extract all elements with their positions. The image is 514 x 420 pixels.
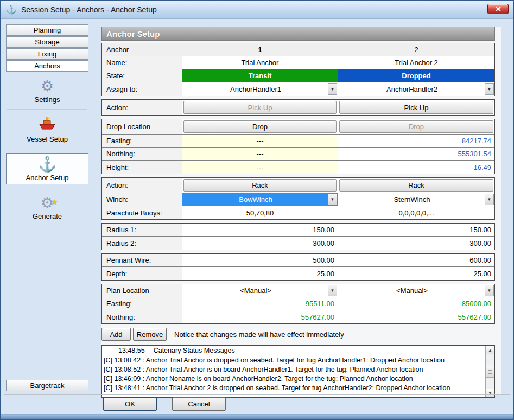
assign-value-2: AnchorHandler2 bbox=[386, 85, 437, 93]
sidebar-item-anchors[interactable]: Anchors bbox=[6, 60, 88, 72]
add-button[interactable]: Add bbox=[101, 328, 131, 341]
boat-icon bbox=[39, 116, 56, 134]
radius-2-value-1[interactable]: 300.00 bbox=[182, 237, 338, 250]
plan-location-dropdown-2[interactable]: <Manual> ▼ bbox=[338, 284, 494, 297]
nav-item-generate[interactable]: ⚙★ Generate bbox=[6, 192, 88, 222]
anchor-column-2-header[interactable]: 2 bbox=[338, 43, 494, 56]
depth-value-2[interactable]: 25.00 bbox=[338, 267, 494, 280]
pickup-button-2[interactable]: Pick Up bbox=[339, 101, 493, 114]
nav-label-settings: Settings bbox=[35, 96, 60, 104]
rack-cell-1: Rack bbox=[182, 178, 338, 193]
name-label: Name: bbox=[102, 56, 182, 69]
sidebar-item-planning[interactable]: Planning bbox=[6, 24, 88, 36]
assign-value-1: AnchorHandler1 bbox=[230, 85, 281, 93]
ok-button[interactable]: OK bbox=[103, 397, 157, 411]
plan-location-label: Plan Location bbox=[102, 284, 182, 297]
easting-field-1[interactable]: --- bbox=[182, 135, 338, 148]
pickup-cell-2: Pick Up bbox=[338, 100, 494, 115]
session-setup-window: ⚓ Session Setup - Anchors - Anchor Setup… bbox=[0, 0, 514, 420]
plan-northing-value-1[interactable]: 557627.00 bbox=[182, 310, 338, 323]
sidebar-item-storage[interactable]: Storage bbox=[6, 36, 88, 48]
plan-northing-value-2[interactable]: 557627.00 bbox=[338, 310, 494, 323]
state-badge-2: Dropped bbox=[338, 69, 494, 82]
parachute-buoys-value-1[interactable]: 50,70,80 bbox=[182, 206, 338, 219]
parachute-buoys-value-2[interactable]: 0,0,0,0,0,... bbox=[338, 206, 494, 219]
northing-value-2: 555301.54 bbox=[338, 148, 494, 161]
anchor-column-1-header[interactable]: 1 bbox=[182, 43, 338, 56]
radius-2-label: Radius 2: bbox=[102, 237, 182, 250]
depth-label: Depth: bbox=[102, 267, 182, 280]
winch-value-1: BowWinch bbox=[239, 195, 272, 203]
star-icon: ★ bbox=[51, 194, 58, 211]
notice-text: Notice that changes made will have effec… bbox=[174, 330, 344, 339]
height-label: Height: bbox=[102, 161, 182, 174]
rack-winch-table: Action: Rack Rack Winch: BowWinch ▼ Ster… bbox=[101, 177, 495, 220]
winch-label: Winch: bbox=[102, 193, 182, 206]
radius-1-value-2[interactable]: 150.00 bbox=[338, 224, 494, 237]
log-body: [C] 13:08:42 : Anchor Trial Anchor is dr… bbox=[102, 355, 494, 393]
chevron-down-icon[interactable]: ▼ bbox=[328, 285, 337, 296]
cancel-button[interactable]: Cancel bbox=[172, 397, 226, 411]
rack-button-1[interactable]: Rack bbox=[183, 179, 337, 192]
footer-divider bbox=[4, 394, 510, 395]
assign-dropdown-2[interactable]: AnchorHandler2 ▼ bbox=[338, 82, 494, 96]
plan-location-value-2: <Manual> bbox=[396, 287, 428, 295]
nav-item-vessel-setup[interactable]: Vessel Setup bbox=[6, 113, 88, 145]
northing-field-1[interactable]: --- bbox=[182, 148, 338, 161]
pennant-depth-table: Pennant Wire: 500.00 600.00 Depth: 25.00… bbox=[101, 253, 495, 281]
main-panel: Anchor Setup Anchor 1 2 Name: Trial Anch… bbox=[101, 27, 501, 394]
pennant-wire-value-2[interactable]: 600.00 bbox=[338, 254, 494, 267]
sidebar-item-fixing[interactable]: Fixing bbox=[6, 48, 88, 60]
name-value-1[interactable]: Trial Anchor bbox=[182, 56, 338, 69]
drop-cell-2: Drop bbox=[338, 119, 494, 135]
depth-value-1[interactable]: 25.00 bbox=[182, 267, 338, 280]
nav-item-settings[interactable]: ⚙ Settings bbox=[6, 75, 88, 106]
titlebar[interactable]: ⚓ Session Setup - Anchors - Anchor Setup bbox=[1, 1, 513, 19]
plan-easting-value-2[interactable]: 85000.00 bbox=[338, 297, 494, 310]
footer: OK Cancel bbox=[103, 397, 226, 411]
sidebar-divider bbox=[97, 24, 97, 394]
remove-button[interactable]: Remove bbox=[133, 328, 167, 341]
app-icon: ⚓ bbox=[6, 5, 17, 14]
plan-location-dropdown-1[interactable]: <Manual> ▼ bbox=[182, 284, 338, 297]
assign-dropdown-1[interactable]: AnchorHandler1 ▼ bbox=[182, 82, 338, 96]
winch-value-2: SternWinch bbox=[394, 195, 430, 203]
drop-cell-1: Drop bbox=[182, 119, 338, 135]
winch-dropdown-1[interactable]: BowWinch ▼ bbox=[182, 193, 338, 206]
catenary-status-log: 13:48:55 Catenary Status Messages [C] 13… bbox=[101, 345, 495, 398]
chevron-down-icon[interactable]: ▼ bbox=[328, 194, 337, 205]
bargetrack-button[interactable]: Bargetrack bbox=[6, 380, 88, 391]
easting-value-2: 84217.74 bbox=[338, 135, 494, 148]
close-button[interactable] bbox=[487, 4, 509, 14]
radius-2-value-2[interactable]: 300.00 bbox=[338, 237, 494, 250]
nav-item-anchor-setup[interactable]: ⚓ Anchor Setup bbox=[6, 153, 88, 184]
radius-1-value-1[interactable]: 150.00 bbox=[182, 224, 338, 237]
northing-label: Northing: bbox=[102, 148, 182, 161]
height-field-1[interactable]: --- bbox=[182, 161, 338, 174]
plan-easting-value-1[interactable]: 95511.00 bbox=[182, 297, 338, 310]
scroll-up-icon[interactable]: ▲ bbox=[486, 346, 494, 354]
scroll-down-icon[interactable]: ▼ bbox=[486, 389, 494, 397]
name-value-2[interactable]: Trial Anchor 2 bbox=[338, 56, 494, 69]
chevron-down-icon[interactable]: ▼ bbox=[485, 83, 494, 95]
log-scrollbar[interactable]: ▲ ▼ bbox=[485, 346, 494, 397]
anchor-header-label: Anchor bbox=[102, 43, 182, 56]
chevron-down-icon[interactable]: ▼ bbox=[485, 285, 494, 296]
rack-button-2[interactable]: Rack bbox=[339, 179, 493, 192]
log-time: 13:48:55 bbox=[118, 347, 145, 354]
winch-dropdown-2[interactable]: SternWinch ▼ bbox=[338, 193, 494, 206]
pennant-wire-value-1[interactable]: 500.00 bbox=[182, 254, 338, 267]
plan-location-table: Plan Location <Manual> ▼ <Manual> ▼ East… bbox=[101, 284, 495, 324]
easting-label: Easting: bbox=[102, 135, 182, 148]
log-message: [C] 13:08:42 : Anchor Trial Anchor is dr… bbox=[104, 356, 484, 365]
page-title: Anchor Setup bbox=[101, 27, 495, 41]
drop-button-1[interactable]: Drop bbox=[183, 120, 337, 133]
chevron-down-icon[interactable]: ▼ bbox=[328, 83, 337, 95]
radius-table: Radius 1: 150.00 150.00 Radius 2: 300.00… bbox=[101, 223, 495, 250]
sidebar-separator bbox=[7, 188, 87, 188]
chevron-down-icon[interactable]: ▼ bbox=[485, 194, 494, 205]
state-badge-1: Transit bbox=[182, 69, 338, 82]
gear-star-icon: ⚙★ bbox=[41, 195, 54, 211]
state-label: State: bbox=[102, 69, 182, 82]
scrollbar-thumb[interactable] bbox=[486, 366, 494, 378]
